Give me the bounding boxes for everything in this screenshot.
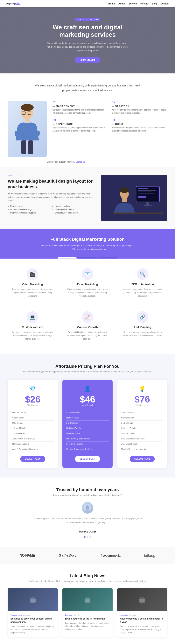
pricing-features: 5 GB BandwidthHighest Speed2 GB StorageU… (66, 410, 108, 452)
about-description: we will focused on marketing from scratc… (8, 192, 95, 202)
about-section: ABOUT US We are making beautiful design … (0, 167, 175, 229)
blog-content: marketing • john doe How to become a bes… (117, 611, 167, 637)
svg-rect-14 (138, 193, 154, 194)
logos-section: NO NAMEGaTeWayfreedom medialathing (0, 548, 175, 564)
service-title: Custom Website (12, 326, 53, 329)
blog-post-title: Best tips to grow your content quality a… (11, 617, 55, 624)
hero-description: We provide marketing services to startup… (47, 42, 128, 52)
hero-cta-button[interactable]: LET'S START (75, 57, 101, 63)
feature-title: — STRATEGY (112, 105, 167, 108)
pricing-feature: Data Security and Backups (12, 436, 54, 442)
feature-num: 01. (53, 101, 108, 104)
contact-line: Still have any question on mind ? Contac… (0, 159, 175, 167)
banner-tab-3 (98, 257, 117, 258)
avatar-image (84, 504, 91, 512)
about-illustration (101, 175, 167, 221)
features-section: 01. — MANAGEMENT we founded businesses w… (0, 99, 175, 159)
pricing-select-button[interactable]: SELECT PLAN (75, 456, 100, 462)
svg-point-23 (86, 505, 89, 509)
pricing-feature: Data Security and Backups (66, 436, 108, 442)
feature-item: 01. — MANAGEMENT we founded businesses w… (53, 101, 108, 114)
pricing-feature: Highest Speed (121, 415, 163, 420)
pricing-select-button[interactable]: SELECT PLAN (20, 456, 45, 462)
svg-point-19 (120, 188, 129, 193)
service-icon-email: 📧 (82, 268, 93, 280)
pricing-feature: Monthly Reports and Analytics (12, 447, 54, 452)
testimonial-quote: They is a great platform to anyone like … (33, 517, 142, 524)
pricing-feature: Monthly Reports and Analytics (66, 447, 108, 452)
service-card: 🔗 Link Building Need to grow your custom… (118, 307, 167, 344)
feature-desc: we founded businesses with the goal of p… (53, 108, 108, 114)
pricing-feature: Data Security and Backups (121, 436, 163, 442)
pricing-card: 💎 $26 Monthly pack 5 GB BandwidthHighest… (8, 380, 58, 468)
nav-home[interactable]: Home (108, 2, 115, 5)
logo-3: freedom media (101, 554, 120, 557)
blog-content: Branding • john doe Brand your site at t… (62, 611, 112, 634)
about-checklist: Responsive siteLatest technologyModern a… (8, 205, 95, 214)
svg-rect-5 (25, 118, 30, 122)
blog-post-title: Brand your site at top in few minute. (65, 617, 110, 620)
pricing-subtitle: We have different types of pricing plans… (8, 370, 167, 373)
blog-category: Branding (65, 614, 72, 616)
dm-description: We're full service which means we've got… (39, 244, 136, 251)
pricing-feature: 5 GB Bandwidth (121, 410, 163, 415)
banner-tab-1 (58, 257, 77, 258)
features-grid: 01. — MANAGEMENT we founded businesses w… (47, 101, 167, 132)
dm-banner-section: Full Stack Digital Marketing Solution We… (0, 229, 175, 258)
nav-contact[interactable]: Contact (160, 2, 169, 5)
pricing-feature: Unlimited Emails (66, 426, 108, 431)
service-card: 🎬 Video Marketing Reach a large area of … (8, 264, 57, 302)
pricing-select-button[interactable]: SELECT PLAN (130, 456, 154, 462)
blog-category: marketing (120, 614, 128, 616)
blog-post-desc: Lorem ipsum dolor sit amet, consectetur … (65, 622, 110, 631)
pricing-price: $46 (80, 395, 95, 404)
dot-2[interactable] (87, 536, 88, 538)
nav-pricing[interactable]: Pricing (140, 2, 148, 5)
dot-1[interactable] (84, 536, 86, 538)
about-tag: ABOUT US (8, 175, 95, 176)
intro-text: We are creative digital marketing agency… (31, 83, 144, 93)
pricing-feature: Unlimited Users (121, 431, 163, 436)
svg-rect-20 (122, 198, 127, 202)
pricing-period: Monthly pack (136, 404, 148, 406)
pricing-feature: Unlimited Users (12, 431, 54, 436)
svg-rect-15 (138, 196, 146, 198)
blog-post-title: How to become a best sale marketer in a … (120, 617, 164, 624)
service-icon-video: 🎬 (27, 268, 38, 280)
pricing-period: Monthly pack (82, 404, 93, 406)
service-desc: Need to grow your customer and your site… (122, 331, 163, 337)
nav-about[interactable]: About (118, 2, 125, 5)
banner-tabs (8, 257, 167, 258)
pricing-feature: 2 GB Storage (121, 420, 163, 426)
service-title: Link Building (122, 326, 163, 329)
blog-category: Tips and tricks (11, 614, 22, 616)
check-item: Modern and clean design (8, 208, 51, 210)
blog-image (117, 588, 167, 611)
check-item: Responsive site (8, 205, 51, 207)
service-desc: Reach a large area of users and get a pl… (12, 288, 53, 298)
testimonials-subtitle: Lorem ipsum dolor sit amet consectetur a… (8, 494, 167, 496)
blog-image (62, 588, 112, 611)
check-item: Working contact Form (52, 208, 95, 210)
blog-meta: Branding • john doe (65, 614, 110, 616)
dot-3[interactable] (89, 536, 91, 538)
blog-img-placeholder (134, 594, 150, 606)
check-item: Premium service and support (8, 212, 51, 214)
contact-link[interactable]: Contact us (76, 161, 85, 163)
nav-service[interactable]: Service (128, 2, 137, 5)
check-item: Cross browser compatibility (52, 212, 95, 214)
about-title: We are making beautiful design layout fo… (8, 178, 95, 190)
pricing-grid: 💎 $26 Monthly pack 5 GB BandwidthHighest… (8, 380, 167, 468)
svg-rect-30 (85, 599, 90, 602)
blog-meta: Tips and tricks • john doe (11, 614, 55, 616)
blog-subtitle: Sed tempus tincidunt feugia. Nulla et or… (8, 580, 167, 582)
pricing-title: Affordable Pricing Plan For You (8, 364, 167, 369)
svg-rect-33 (139, 599, 145, 602)
features-image (8, 101, 47, 157)
feature-desc: Digital marketing is a great opportunity… (53, 126, 108, 132)
about-left: ABOUT US We are making beautiful design … (8, 175, 95, 221)
blog-card: Tips and tricks • john doe Best tips to … (8, 588, 58, 637)
pricing-period: Monthly pack (27, 404, 39, 406)
nav-blog[interactable]: Blog (152, 2, 157, 5)
feature-num: 04. (112, 118, 167, 122)
